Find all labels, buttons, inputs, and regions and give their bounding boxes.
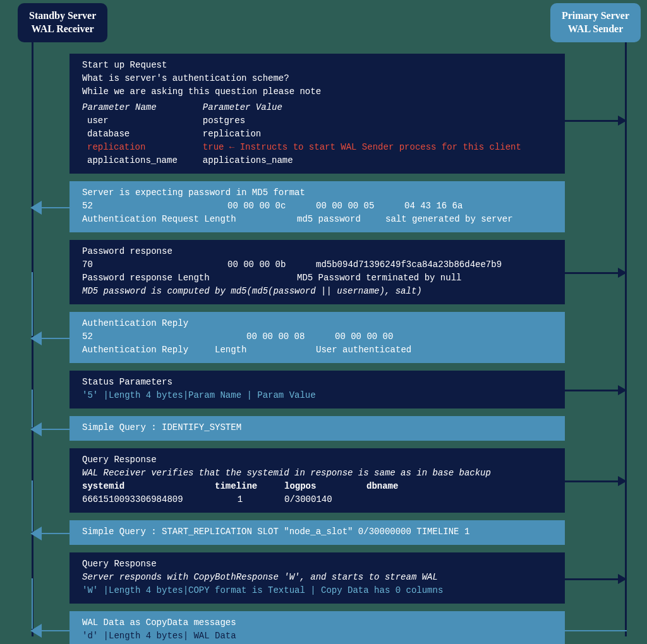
param-value: postgres: [203, 114, 521, 128]
msg-line: Query Response: [82, 453, 552, 467]
param-value-replication: true ← Instructs to start WAL Sender pro…: [203, 141, 521, 154]
param-name: database: [82, 128, 178, 141]
wal-data-box: WAL Data as CopyData messages 'd' |Lengt…: [70, 611, 565, 644]
cell: 00 00 00 08: [246, 330, 316, 343]
auth-reply-box: Authentication Reply 52 00 00 00 08 00 0…: [70, 312, 565, 363]
param-name-header: Parameter Name: [82, 101, 178, 114]
md5-expect-box: Server is expecting password in MD5 form…: [70, 181, 565, 232]
start-replication-box: Simple Query : START_REPLICATION SLOT "n…: [70, 520, 565, 545]
msg-line: Query Response: [82, 558, 552, 571]
cell: 52: [82, 330, 227, 343]
msg-line: Authentication Reply: [82, 317, 552, 330]
msg-line: Simple Query : IDENTIFY_SYSTEM: [82, 421, 552, 434]
cell: 52: [82, 200, 209, 213]
cell: Length: [215, 343, 297, 357]
cell: 00 00 00 00: [335, 330, 393, 343]
cell: Password response Length: [82, 271, 278, 285]
cell: Authentication Request Length: [82, 213, 278, 226]
bridge-line: [625, 429, 627, 479]
msg-detail: 'W' |Length 4 bytes|COPY format is Textu…: [82, 584, 552, 597]
msg-line: Password response: [82, 245, 552, 258]
cell: User authenticated: [316, 343, 411, 357]
cell: md5b094d71396249f3ca84a23b86d4ee7b9: [316, 258, 502, 271]
msg-note: WAL Receiver verifies that the systemid …: [82, 467, 552, 480]
param-name: applications_name: [82, 154, 178, 167]
msg-line: Start up Request: [82, 59, 552, 72]
arrow-left-icon: [32, 207, 70, 208]
password-response-box: Password response 70 00 00 00 0b md5b094…: [70, 240, 565, 304]
arrow-left-icon: [32, 630, 70, 631]
status-params-box: Status Parameters '5' |Length 4 bytes|Pa…: [70, 371, 565, 408]
primary-header: Primary Server WAL Sender: [550, 3, 641, 42]
standby-title-line2: WAL Receiver: [29, 23, 96, 36]
arrow-right-icon: [565, 480, 626, 482]
query-response-identify-box: Query Response WAL Receiver verifies tha…: [70, 448, 565, 513]
cell: salt generated by server: [385, 213, 513, 226]
cell: 70: [82, 258, 209, 271]
arrow-left-icon: [32, 338, 70, 339]
arrow-left-icon: [32, 429, 70, 430]
cell: 6661510093306984809: [82, 493, 196, 506]
msg-line: WAL Data as CopyData messages: [82, 616, 552, 629]
standby-title-line1: Standby Server: [29, 9, 96, 23]
msg-line: Simple Query : START_REPLICATION SLOT "n…: [82, 525, 552, 539]
identify-system-box: Simple Query : IDENTIFY_SYSTEM: [70, 416, 565, 441]
msg-detail: 'd' |Length 4 bytes| WAL Data: [82, 629, 552, 643]
bridge-line: [625, 338, 627, 389]
cell: 00 00 00 0c: [227, 200, 297, 213]
message-column: Start up Request What is server's authen…: [70, 54, 565, 644]
param-value: applications_name: [203, 154, 521, 167]
bridge-line: [32, 272, 33, 336]
query-response-copy-box: Query Response Server responds with Copy…: [70, 552, 565, 604]
arrow-right-icon: [565, 578, 626, 580]
cell: MD5 Password terminated by null: [297, 271, 461, 285]
primary-title-line2: WAL Sender: [562, 23, 629, 36]
standby-header: Standby Server WAL Receiver: [18, 3, 107, 42]
param-name-replication: replication: [82, 141, 178, 154]
primary-title-line1: Primary Server: [562, 9, 629, 23]
msg-note: Server responds with CopyBothResponse 'W…: [82, 571, 552, 584]
col-header: timeline: [215, 480, 265, 493]
msg-line: While we are asking this question please…: [82, 85, 552, 98]
startup-request-box: Start up Request What is server's authen…: [70, 54, 565, 174]
arrow-right-icon: [565, 272, 626, 274]
cell: 1: [215, 493, 265, 506]
col-header: logpos: [284, 480, 348, 493]
bridge-line: [565, 630, 627, 631]
bridge-line: [32, 480, 33, 532]
msg-line: What is server's authentication scheme?: [82, 72, 552, 85]
cell: 00 00 00 0b: [227, 258, 297, 271]
bridge-line: [625, 207, 627, 265]
msg-note: MD5 password is computed by md5(md5(pass…: [82, 285, 552, 298]
bridge-line: [625, 533, 627, 577]
col-header: systemid: [82, 480, 196, 493]
msg-line: Server is expecting password in MD5 form…: [82, 186, 552, 200]
cell: 0/3000140: [284, 493, 348, 506]
param-name: user: [82, 114, 178, 128]
cell: 00 00 00 05: [316, 200, 385, 213]
arrow-right-icon: [565, 120, 626, 122]
param-value: replication: [203, 128, 521, 141]
cell: md5 password: [297, 213, 366, 226]
cell: 04 43 16 6a: [404, 200, 463, 213]
cell: Authentication Reply: [82, 343, 196, 357]
msg-line: Status Parameters: [82, 376, 552, 389]
bridge-line: [32, 578, 33, 629]
param-value-header: Parameter Value: [203, 101, 521, 114]
msg-detail: '5' |Length 4 bytes|Param Name | Param V…: [82, 389, 552, 402]
col-header: dbname: [366, 480, 398, 493]
arrow-left-icon: [32, 533, 70, 534]
arrow-right-icon: [565, 390, 626, 391]
